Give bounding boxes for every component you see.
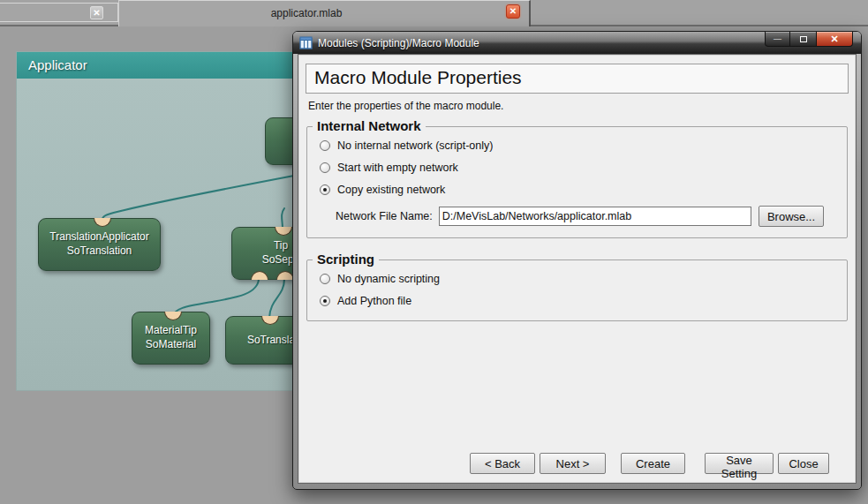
output-connector-icon[interactable] — [251, 271, 268, 280]
save-setting-button[interactable]: Save Setting — [705, 453, 774, 474]
radio-label: Start with empty network — [337, 162, 458, 174]
input-connector-icon[interactable] — [94, 218, 111, 227]
radio-copy-existing-network[interactable]: Copy existing network — [320, 184, 838, 196]
group-title: Internal Network — [313, 118, 426, 133]
radio-no-dynamic-scripting[interactable]: No dynamic scripting — [320, 273, 838, 285]
radio-label: Copy existing network — [337, 184, 445, 196]
dialog-button-row: < Back Next > Create Save Setting Close — [470, 453, 829, 474]
maximize-button[interactable] — [790, 32, 816, 47]
tab-bar: ✕ applicator.mlab ✕ — [0, 0, 868, 26]
radio-icon[interactable] — [320, 274, 330, 284]
create-button[interactable]: Create — [621, 453, 685, 474]
input-connector-icon[interactable] — [261, 316, 279, 325]
network-file-input[interactable] — [439, 207, 751, 226]
applicator-tab[interactable]: applicator.mlab ✕ — [118, 0, 531, 26]
dialog-title: Modules (Scripting)/Macro Module — [318, 37, 479, 49]
radio-add-python-file[interactable]: Add Python file — [320, 295, 838, 307]
radio-icon[interactable] — [320, 296, 330, 306]
tab-close-icon[interactable]: ✕ — [90, 6, 103, 19]
browse-button[interactable]: Browse... — [759, 206, 824, 227]
tab-close-red-icon[interactable]: ✕ — [506, 4, 520, 19]
node-translation-applicator[interactable]: TranslationApplicator SoTranslation — [38, 218, 161, 271]
node-label: SoTranslation — [39, 244, 160, 259]
radio-label: No internal network (script-only) — [337, 139, 493, 152]
tab-label: applicator.mlab — [119, 7, 494, 19]
output-connector-icon[interactable] — [276, 271, 294, 280]
input-connector-icon[interactable] — [275, 227, 292, 236]
radio-label: Add Python file — [337, 295, 411, 307]
close-window-button[interactable]: ✕ — [816, 32, 853, 47]
node-label: SoMaterial — [132, 338, 209, 352]
next-button[interactable]: Next > — [540, 453, 606, 474]
dialog-subtitle: Enter the properties of the macro module… — [308, 100, 849, 112]
dialog-titlebar[interactable]: Modules (Scripting)/Macro Module — ✕ — [293, 32, 861, 54]
network-file-label: Network File Name: — [336, 210, 433, 222]
radio-icon[interactable] — [320, 140, 330, 151]
minimize-button[interactable]: — — [765, 32, 790, 47]
background-tab[interactable]: ✕ — [0, 3, 118, 22]
input-connector-icon[interactable] — [164, 312, 182, 320]
network-file-row: Network File Name: Browse... — [336, 206, 824, 227]
module-wizard-icon — [299, 36, 313, 49]
node-material-tip[interactable]: MaterialTip SoMaterial — [132, 312, 210, 365]
node-label: MaterialTip — [132, 324, 209, 338]
group-title: Scripting — [313, 252, 379, 267]
radio-icon[interactable] — [320, 162, 330, 173]
dialog-header: Macro Module Properties — [306, 64, 849, 94]
radio-label: No dynamic scripting — [337, 273, 440, 285]
window-controls: — ✕ — [765, 32, 853, 47]
node-label: TranslationApplicator — [39, 230, 160, 244]
internal-network-group: Internal Network No internal network (sc… — [306, 126, 848, 238]
dialog-content: Macro Module Properties Enter the proper… — [298, 54, 857, 484]
radio-icon[interactable] — [320, 184, 330, 195]
maximize-icon — [800, 36, 807, 42]
back-button[interactable]: < Back — [470, 453, 535, 474]
radio-start-empty-network[interactable]: Start with empty network — [320, 162, 838, 174]
macro-module-dialog: Modules (Scripting)/Macro Module — ✕ Mac… — [292, 31, 862, 490]
radio-no-internal-network[interactable]: No internal network (script-only) — [320, 139, 838, 152]
scripting-group: Scripting No dynamic scripting Add Pytho… — [306, 260, 848, 321]
close-button[interactable]: Close — [778, 453, 829, 474]
